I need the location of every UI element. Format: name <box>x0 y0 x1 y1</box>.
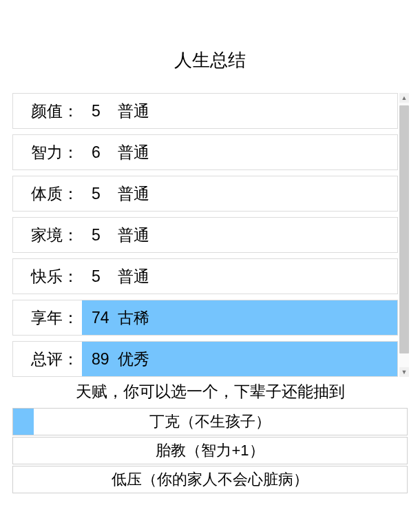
talent-heading: 天赋，你可以选一个，下辈子还能抽到 <box>0 381 420 402</box>
stat-row-family: 家境： 5 普通 <box>12 217 398 253</box>
stat-label: 快乐： <box>13 259 82 294</box>
stat-row-intelligence: 智力： 6 普通 <box>12 134 398 170</box>
stat-value-highlight: 89 优秀 <box>82 342 397 376</box>
stat-value-highlight: 74 古稀 <box>82 300 397 335</box>
stat-label: 享年： <box>13 300 82 335</box>
stat-grade: 普通 <box>118 101 149 122</box>
stat-grade: 优秀 <box>118 349 149 370</box>
scrollbar-track[interactable]: ▲ ▼ <box>399 93 409 377</box>
stat-grade: 普通 <box>118 183 149 205</box>
scrollbar-thumb[interactable] <box>399 105 409 353</box>
stat-row-appearance: 颜值： 5 普通 <box>12 93 398 129</box>
talent-selected-bar <box>13 409 34 435</box>
stat-grade: 普通 <box>118 266 149 287</box>
stat-num: 5 <box>92 226 114 245</box>
stat-label: 总评： <box>13 342 82 376</box>
stat-row-constitution: 体质： 5 普通 <box>12 176 398 212</box>
stat-row-age: 享年： 74 古稀 <box>12 300 398 336</box>
stat-label: 体质： <box>13 176 82 211</box>
stat-num: 74 <box>92 309 114 327</box>
stat-grade: 普通 <box>118 142 149 163</box>
talent-item-prenatal[interactable]: 胎教（智力+1） <box>12 437 408 464</box>
stat-value: 5 普通 <box>82 94 397 128</box>
stat-num: 6 <box>92 143 114 162</box>
page-title: 人生总结 <box>0 0 420 93</box>
stat-grade: 古稀 <box>118 307 149 329</box>
talent-text: 胎教（智力+1） <box>156 440 264 461</box>
stat-num: 5 <box>92 267 114 286</box>
talent-item-dink[interactable]: 丁克（不生孩子） <box>12 408 408 435</box>
stat-label: 家境： <box>13 218 82 252</box>
scroll-up-icon[interactable]: ▲ <box>399 93 409 103</box>
stat-value: 5 普通 <box>82 176 397 211</box>
stats-scroll-area: 颜值： 5 普通 智力： 6 普通 体质： 5 普通 家境： 5 普通 <box>12 93 408 377</box>
stat-label: 智力： <box>13 135 82 169</box>
stat-label: 颜值： <box>13 94 82 128</box>
talent-text: 低压（你的家人不会心脏病） <box>112 469 308 490</box>
page-root: 人生总结 颜值： 5 普通 智力： 6 普通 体质： 5 普通 家境： <box>0 0 420 514</box>
stat-row-overall: 总评： 89 优秀 <box>12 341 398 377</box>
stat-grade: 普通 <box>118 225 149 246</box>
scroll-down-icon[interactable]: ▼ <box>399 367 409 377</box>
stat-row-happiness: 快乐： 5 普通 <box>12 258 398 294</box>
talent-item-lowbp[interactable]: 低压（你的家人不会心脏病） <box>12 466 408 493</box>
stat-num: 5 <box>92 185 114 203</box>
stat-num: 5 <box>92 102 114 121</box>
talent-list: 丁克（不生孩子） 胎教（智力+1） 低压（你的家人不会心脏病） <box>0 408 420 493</box>
stat-value: 6 普通 <box>82 135 397 169</box>
stat-value: 5 普通 <box>82 259 397 294</box>
stat-value: 5 普通 <box>82 218 397 252</box>
stat-num: 89 <box>92 350 114 369</box>
talent-text: 丁克（不生孩子） <box>149 411 271 432</box>
